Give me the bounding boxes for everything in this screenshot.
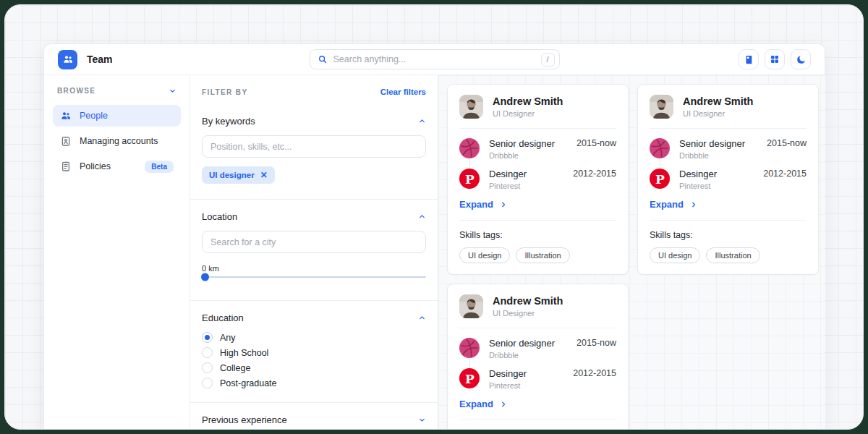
sidebar-item-managing-accounts[interactable]: Managing accounts: [53, 130, 181, 152]
dark-mode-button[interactable]: [791, 49, 811, 69]
chevron-right-icon: [500, 201, 507, 208]
experience-row: P Desinger Pinterest 2012-2015: [650, 169, 807, 190]
chevron-down-icon[interactable]: [169, 87, 176, 95]
experience-row: Senior designer Dribbble 2015-now: [459, 138, 616, 160]
svg-text:P: P: [655, 172, 665, 187]
skill-tag[interactable]: Illustration: [516, 247, 569, 263]
person-name: Andrew Smith: [493, 295, 563, 307]
search-input[interactable]: [333, 54, 535, 64]
pinterest-icon: P: [650, 169, 670, 189]
chevron-right-icon: [500, 401, 507, 408]
distance-slider[interactable]: [202, 276, 426, 278]
divider: [459, 128, 616, 129]
experience-period: 2015-now: [576, 338, 616, 348]
pinterest-icon: P: [459, 169, 480, 189]
radio-option-college[interactable]: College: [202, 362, 426, 373]
svg-text:P: P: [465, 172, 475, 187]
chevron-down-icon[interactable]: [418, 416, 426, 424]
experience-period: 2012-2015: [763, 169, 807, 179]
document-icon: [60, 161, 72, 172]
browse-label: BROWSE: [57, 87, 95, 95]
radio-option-high-school[interactable]: High School: [202, 347, 426, 358]
library-button[interactable]: [739, 49, 759, 69]
skill-tag[interactable]: UI design: [650, 247, 700, 263]
people-icon: [60, 110, 72, 122]
location-section-title: Location: [202, 211, 237, 222]
dribbble-icon: [459, 338, 480, 358]
sidebar-item-label: Managing accounts: [80, 136, 158, 146]
expand-link[interactable]: Expand: [459, 199, 507, 210]
experience-title: Senior designer: [489, 138, 555, 149]
sidebar-item-people[interactable]: People: [53, 105, 181, 127]
sidebar-item-label: Policies: [80, 161, 111, 171]
expand-label: Expand: [459, 199, 493, 210]
distance-label: 0 km: [202, 264, 426, 273]
person-card: Andrew Smith UI Designer Senior designer…: [447, 284, 629, 430]
filter-by-label: FILTER BY: [202, 88, 248, 96]
filter-panel: FILTER BY Clear filters By keywords UI d…: [190, 75, 438, 430]
chevron-up-icon[interactable]: [418, 117, 426, 125]
experience-period: 2012-2015: [573, 368, 616, 378]
keyword-tag-label: UI designer: [209, 171, 255, 179]
person-role: UI Designer: [493, 109, 563, 118]
sidebar-item-policies[interactable]: Policies Beta: [53, 156, 181, 177]
skill-tag[interactable]: UI design: [459, 247, 510, 263]
education-section-title: Education: [202, 312, 244, 323]
experience-company: Pinterest: [489, 182, 527, 190]
experience-row: P Desinger Pinterest 2012-2015: [459, 169, 616, 190]
skill-tag[interactable]: Illustration: [706, 247, 760, 263]
keyword-tag[interactable]: UI designer ✕: [202, 166, 275, 184]
experience-title: Senior designer: [679, 138, 745, 149]
dribbble-icon: [650, 138, 670, 158]
radio-option-any[interactable]: Any: [202, 332, 426, 343]
experience-company: Dribbble: [489, 351, 555, 359]
skills-label: Skills tags:: [650, 230, 807, 240]
book-icon: [744, 54, 754, 65]
experience-company: Dribbble: [489, 151, 555, 160]
divider: [459, 220, 616, 221]
clear-filters-link[interactable]: Clear filters: [380, 88, 426, 96]
outer-frame: Team /: [4, 4, 864, 430]
expand-link[interactable]: Expand: [459, 399, 507, 409]
sidebar: BROWSE People: [44, 75, 190, 430]
person-role: UI Designer: [493, 309, 563, 318]
divider: [459, 420, 616, 420]
expand-link[interactable]: Expand: [650, 199, 697, 210]
experience-row: Senior designer Dribbble 2015-now: [459, 338, 616, 359]
search-bar[interactable]: /: [310, 49, 560, 69]
radio-button[interactable]: [202, 362, 213, 373]
people-icon: [62, 54, 74, 65]
divider: [650, 128, 807, 129]
expand-label: Expand: [650, 199, 684, 210]
chevron-up-icon[interactable]: [418, 314, 426, 322]
chevron-right-icon: [690, 201, 697, 208]
app-title: Team: [87, 54, 113, 65]
app-header: Team /: [44, 44, 825, 75]
city-search-input[interactable]: [202, 231, 426, 253]
experience-period: 2015-now: [767, 138, 807, 148]
divider: [459, 328, 616, 328]
search-shortcut-key: /: [541, 53, 555, 67]
radio-button[interactable]: [202, 347, 213, 358]
slider-thumb[interactable]: [201, 273, 209, 281]
person-card: Andrew Smith UI Designer Senior designer…: [637, 84, 819, 275]
close-icon[interactable]: ✕: [260, 170, 268, 180]
keywords-input[interactable]: [202, 135, 426, 158]
radio-button[interactable]: [202, 332, 213, 343]
sidebar-item-label: People: [80, 111, 108, 121]
experience-period: 2012-2015: [573, 169, 616, 179]
moon-icon: [796, 54, 807, 65]
avatar: [459, 95, 483, 119]
keywords-section-title: By keywords: [202, 116, 255, 127]
experience-title: Senior designer: [489, 338, 555, 349]
app-window: Team /: [43, 43, 825, 430]
pinterest-icon: P: [459, 368, 480, 388]
chevron-up-icon[interactable]: [418, 213, 426, 221]
person-card: Andrew Smith UI Designer Senior designer…: [447, 84, 629, 275]
dribbble-icon: [459, 138, 480, 158]
radio-option-post-graduate[interactable]: Post-graduate: [202, 378, 426, 388]
radio-button[interactable]: [202, 378, 213, 388]
divider: [650, 220, 807, 221]
experience-company: Dribbble: [679, 151, 745, 160]
apps-button[interactable]: [765, 49, 785, 69]
